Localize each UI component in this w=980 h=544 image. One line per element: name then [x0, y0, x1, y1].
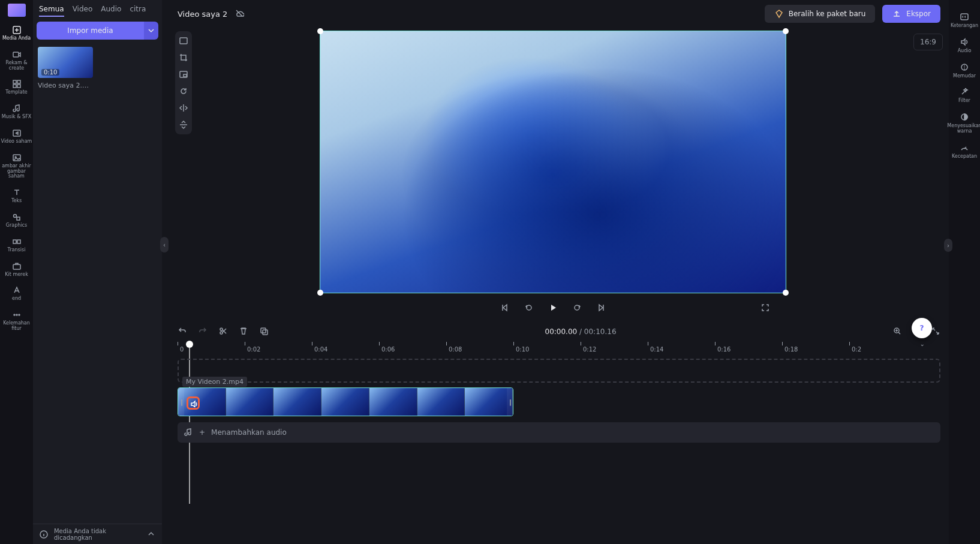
- ruler-tick: 0:12: [581, 342, 594, 348]
- collapse-panel-button[interactable]: ‹: [160, 237, 169, 253]
- zoom-fit-button[interactable]: [931, 326, 940, 338]
- flip-h-tool[interactable]: [178, 102, 190, 114]
- redo-button[interactable]: [198, 326, 208, 338]
- prop-fade[interactable]: Memudar: [953, 62, 976, 79]
- import-media-dropdown[interactable]: [144, 22, 158, 40]
- export-button[interactable]: Ekspor: [882, 5, 940, 23]
- nav-stock-video[interactable]: Video saham: [0, 125, 33, 147]
- ruler-tick: 0:14: [648, 342, 661, 348]
- ruler-tick: 0:06: [379, 342, 392, 348]
- playhead[interactable]: [186, 341, 193, 348]
- media-panel: Semua Video Audio citra Impor media 0:10…: [33, 0, 162, 544]
- clip-trim-left[interactable]: [178, 388, 184, 416]
- nav-transition[interactable]: Transisi: [0, 233, 33, 256]
- nav-stock-image[interactable]: ambar akhir gambar saham: [0, 149, 33, 182]
- undo-icon: [178, 326, 187, 336]
- pip-tool[interactable]: [178, 68, 190, 80]
- empty-track-top[interactable]: [178, 359, 940, 383]
- video-clip[interactable]: [178, 387, 513, 416]
- tab-video[interactable]: Video: [73, 5, 93, 16]
- split-button[interactable]: [218, 326, 228, 338]
- nav-brand-kit[interactable]: Kit merek: [0, 258, 33, 280]
- chevron-up-icon[interactable]: [146, 529, 156, 540]
- copy-icon: [259, 326, 269, 336]
- prop-color[interactable]: Menyesuaikan warna: [947, 112, 980, 134]
- clip-trim-right[interactable]: [507, 388, 513, 416]
- fit-tool[interactable]: [178, 35, 190, 47]
- fullscreen-icon: [760, 303, 770, 312]
- add-audio-track[interactable]: + Menambahkan audio: [178, 422, 940, 443]
- svg-rect-18: [180, 38, 187, 44]
- undo-button[interactable]: [178, 326, 187, 338]
- project-title[interactable]: Video saya 2: [178, 10, 227, 19]
- crop-icon: [179, 53, 188, 62]
- forward-button[interactable]: [572, 303, 582, 314]
- nav-template[interactable]: Template: [0, 76, 33, 98]
- expand-right-panel-button[interactable]: ›: [944, 239, 952, 252]
- skip-back-icon: [500, 303, 510, 312]
- svg-rect-24: [263, 330, 267, 335]
- aspect-ratio-selector[interactable]: 16:9: [913, 34, 943, 50]
- svg-point-16: [19, 314, 20, 315]
- nav-text[interactable]: Teks: [0, 184, 33, 206]
- media-item[interactable]: 0:10 Video saya 2.m… v: [38, 47, 93, 89]
- ruler-tick: 0:16: [715, 342, 728, 348]
- fit-icon: [179, 36, 188, 46]
- fullscreen-button[interactable]: [760, 303, 770, 314]
- rewind-button[interactable]: [524, 303, 534, 314]
- nav-end[interactable]: end: [0, 282, 33, 304]
- nav-media[interactable]: Media Anda: [0, 22, 33, 44]
- tab-all[interactable]: Semua: [39, 5, 64, 17]
- contrast-icon: [960, 112, 969, 122]
- ruler-tick: 0:2: [849, 342, 859, 348]
- prop-captions[interactable]: Keterangan: [951, 12, 978, 29]
- flip-v-tool[interactable]: [178, 119, 190, 131]
- clip-name-label: My Videon 2.mp4: [182, 377, 247, 387]
- diamond-icon: [774, 9, 784, 19]
- svg-rect-13: [13, 265, 20, 269]
- tab-audio[interactable]: Audio: [101, 5, 121, 16]
- resize-handle-tr[interactable]: [783, 28, 789, 34]
- crop-tool[interactable]: [178, 52, 190, 64]
- image-icon: [12, 153, 22, 163]
- svg-rect-11: [13, 240, 16, 244]
- tab-image[interactable]: citra: [130, 5, 146, 16]
- nav-music[interactable]: Musik & SFX: [0, 100, 33, 122]
- svg-rect-1: [13, 52, 19, 57]
- prop-speed[interactable]: Kecepatan: [952, 143, 977, 160]
- clip-audio-toggle[interactable]: [187, 396, 200, 410]
- timeline-tracks: My Videon 2.mp4 + Menambahkan audio: [169, 355, 949, 544]
- rotate-tool[interactable]: [178, 85, 190, 97]
- next-frame-button[interactable]: [596, 303, 606, 314]
- music-icon: [12, 104, 22, 113]
- template-icon: [12, 79, 22, 89]
- backup-notice[interactable]: Media Anda tidak dicadangkan: [33, 524, 162, 544]
- resize-handle-br[interactable]: [783, 290, 789, 296]
- playhead-time: 00:00.00 / 00:10.16: [545, 327, 617, 336]
- resize-handle-bl[interactable]: [317, 290, 323, 296]
- pip-icon: [179, 70, 188, 79]
- nav-more[interactable]: Kelemahan fitur: [0, 306, 33, 334]
- upgrade-button[interactable]: Beralih ke paket baru: [765, 5, 876, 23]
- scissors-icon: [218, 326, 228, 336]
- cloud-off-icon[interactable]: [235, 8, 244, 20]
- timeline-ruler[interactable]: 00:020:040:060:080:100:120:140:160:180:2: [178, 342, 949, 355]
- prop-audio[interactable]: Audio: [958, 37, 972, 54]
- canvas-toolbar: [175, 31, 192, 134]
- nav-record[interactable]: Rekam & create: [0, 46, 33, 74]
- preview-canvas[interactable]: [320, 31, 786, 293]
- help-button[interactable]: ?: [912, 318, 932, 338]
- import-media-button[interactable]: Impor media: [37, 22, 144, 40]
- prop-filter[interactable]: Filter: [958, 87, 970, 104]
- zoom-in-button[interactable]: [892, 326, 902, 338]
- svg-rect-20: [184, 74, 187, 77]
- trash-icon: [239, 326, 248, 336]
- duplicate-button[interactable]: [259, 326, 269, 338]
- delete-button[interactable]: [239, 326, 248, 338]
- svg-rect-23: [261, 328, 266, 333]
- play-button[interactable]: [548, 303, 558, 314]
- plus-square-icon: [12, 25, 22, 35]
- resize-handle-tl[interactable]: [317, 28, 323, 34]
- prev-frame-button[interactable]: [500, 303, 510, 314]
- nav-graphics[interactable]: Graphics: [0, 209, 33, 231]
